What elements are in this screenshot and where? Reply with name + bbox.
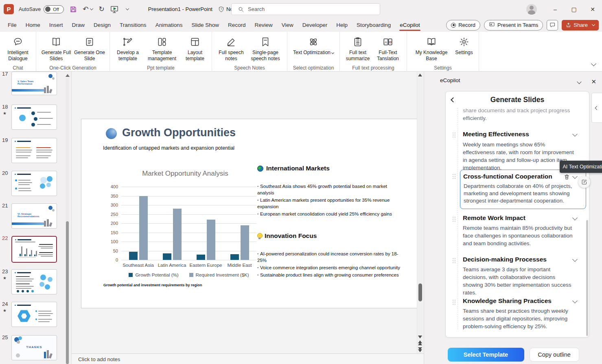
next-slide-button[interactable] — [418, 347, 422, 352]
panel-chevron-down-icon[interactable] — [577, 79, 581, 84]
tab-ecopilot[interactable]: eCopilot — [395, 18, 425, 32]
document-title: Presentation1 - PowerPoint — [148, 6, 212, 12]
notes-area[interactable]: Click to add notes — [72, 353, 424, 364]
single-page-speech-notes-button[interactable]: Single-page speech notes — [247, 34, 284, 62]
minimize-button[interactable]: – — [546, 0, 565, 18]
search-icon — [238, 7, 244, 12]
generate-one-slide-button[interactable]: Generate One Slide — [73, 34, 106, 62]
section-title-knowledge-sharing-practices[interactable]: Knowledge Sharing Practices — [463, 297, 552, 305]
editor-scroll-thumb[interactable] — [418, 283, 422, 301]
section-chevron-icon[interactable] — [572, 257, 578, 262]
section-title-decision-making-processes[interactable]: Decision-making Processes — [463, 256, 547, 263]
section-card-cross-functional-cooperation[interactable]: Cross-functional Cooperation Departments… — [460, 170, 586, 209]
undo-dropdown-icon[interactable] — [90, 7, 93, 10]
notes-placeholder[interactable]: Click to add notes — [78, 356, 120, 362]
panel-collapse-tab[interactable] — [591, 93, 602, 123]
autosave-state: Off — [53, 7, 59, 12]
section-title-cross-functional-cooperation[interactable]: Cross-functional Cooperation — [463, 173, 552, 180]
autosave-toggle[interactable]: Off — [44, 5, 64, 13]
section-title-meeting-effectiveness[interactable]: Meeting Effectiveness — [463, 131, 529, 138]
customize-quick-access-button[interactable] — [124, 9, 129, 10]
undo-button[interactable]: ↶ — [83, 5, 93, 13]
tab-slide-show[interactable]: Slide Show — [187, 18, 223, 32]
slide-editor-area: Growth Opportunities Identification of u… — [71, 72, 424, 364]
tab-transitions[interactable]: Transitions — [115, 18, 151, 32]
panel-close-icon[interactable]: ✕ — [591, 78, 596, 85]
y-axis-tick: 0 — [103, 257, 118, 262]
tab-home[interactable]: Home — [21, 18, 45, 32]
slideshow-from-start-button[interactable] — [110, 6, 118, 13]
drag-handle-icon[interactable] — [453, 258, 456, 263]
comments-button[interactable] — [547, 20, 558, 31]
layout-template-button[interactable]: Layout template — [182, 34, 208, 62]
user-avatar[interactable] — [526, 4, 537, 15]
tab-storyboarding[interactable]: Storyboarding — [352, 18, 395, 32]
slide-thumbnail-panel: 17 V. Sales Team Performance 18 ★ — [0, 72, 71, 364]
develop-a-template-button[interactable]: Develop a template — [113, 34, 142, 62]
tab-view[interactable]: View — [277, 18, 298, 32]
drag-handle-icon[interactable] — [453, 174, 456, 179]
full-text-summarize-button[interactable]: Full text summarize — [343, 34, 372, 62]
section-title-remote-work-impact[interactable]: Remote Work Impact — [463, 214, 525, 222]
full-speech-notes-button[interactable]: Full speech notes — [215, 34, 247, 62]
slide-canvas[interactable]: Growth Opportunities Identification of u… — [81, 119, 418, 308]
tab-developer[interactable]: Developer — [298, 18, 332, 32]
save-button[interactable] — [70, 6, 77, 13]
slide-title[interactable]: Growth Opportunities — [122, 126, 236, 139]
trash-icon[interactable] — [564, 174, 570, 180]
maximize-button[interactable]: ▢ — [565, 0, 583, 18]
copy-outline-button[interactable]: Copy outline — [530, 348, 579, 362]
present-in-teams-button[interactable]: Present in Teams — [484, 20, 543, 31]
scroll-down-icon[interactable] — [418, 336, 422, 338]
previous-slide-button[interactable] — [418, 340, 422, 345]
template-management-button[interactable]: Template management — [142, 34, 182, 62]
thumbnails-scrollbar[interactable] — [66, 78, 69, 364]
ribbon-group-select-optimization: Text Optimization Select optimization — [287, 32, 340, 72]
drag-handle-icon[interactable] — [453, 300, 456, 305]
bar-southeast-asia — [129, 252, 138, 260]
y-axis-tick: 50 — [103, 248, 118, 253]
intelligent-dialogue-button[interactable]: Intelligent Dialogue — [3, 34, 33, 62]
market-opportunity-chart[interactable]: Market Opportunity Analysis 050100150200… — [98, 170, 261, 287]
generate-full-slides-button[interactable]: Generate Full Slides — [39, 34, 73, 62]
tab-file[interactable]: File — [3, 18, 21, 32]
ecopilot-panel: eCopilot ✕ Generate Slides share documen… — [424, 72, 602, 364]
section-chevron-icon[interactable] — [572, 298, 578, 303]
text-optimization-button[interactable]: Text Optimization — [291, 34, 336, 56]
share-button[interactable]: Share — [562, 20, 599, 31]
tab-insert[interactable]: Insert — [45, 18, 68, 32]
search-input[interactable]: Search — [231, 3, 380, 15]
redo-button[interactable]: ↻ — [99, 5, 104, 13]
settings-button[interactable]: Settings — [453, 34, 475, 56]
tab-draw[interactable]: Draw — [68, 18, 90, 32]
section-chevron-icon[interactable] — [572, 131, 578, 137]
section-chevron-icon[interactable] — [572, 215, 578, 220]
ribbon-group-settings: My Knowledge Base Settings Settings — [407, 32, 479, 72]
tab-design[interactable]: Design — [89, 18, 115, 32]
bar-latin-america — [163, 253, 171, 260]
slide-subtitle[interactable]: Identification of untapped markets and e… — [103, 145, 234, 151]
animation-star-icon: ★ — [3, 111, 7, 116]
x-axis-label: Eastern Europe — [189, 263, 223, 268]
editor-scrollbar[interactable] — [417, 72, 423, 355]
section-chevron-icon[interactable] — [572, 174, 578, 179]
record-button[interactable]: Record — [446, 20, 480, 31]
tab-animations[interactable]: Animations — [151, 18, 187, 32]
y-axis-tick: 300 — [103, 203, 118, 207]
tab-review[interactable]: Review — [250, 18, 277, 32]
full-text-translation-button[interactable]: AΦ Full-Text Tanslation — [372, 34, 403, 62]
scroll-up-icon[interactable] — [418, 74, 422, 76]
y-axis-tick: 200 — [103, 221, 118, 226]
card-scrollbar[interactable] — [586, 220, 588, 336]
edit-button[interactable] — [578, 176, 590, 188]
tab-record[interactable]: Record — [223, 18, 250, 32]
drag-handle-icon[interactable] — [453, 133, 456, 137]
drag-handle-icon[interactable] — [453, 217, 456, 222]
search-placeholder: Search — [248, 6, 265, 12]
my-knowledge-base-button[interactable]: My Knowledge Base — [410, 34, 453, 62]
tab-help[interactable]: Help — [332, 18, 352, 32]
section-body: Departments collaborate on 40% of projec… — [464, 183, 582, 205]
close-button[interactable]: ✕ — [583, 0, 602, 18]
thumbnails-scroll-up-icon[interactable] — [66, 74, 70, 77]
select-template-button[interactable]: Select Template — [448, 348, 524, 362]
